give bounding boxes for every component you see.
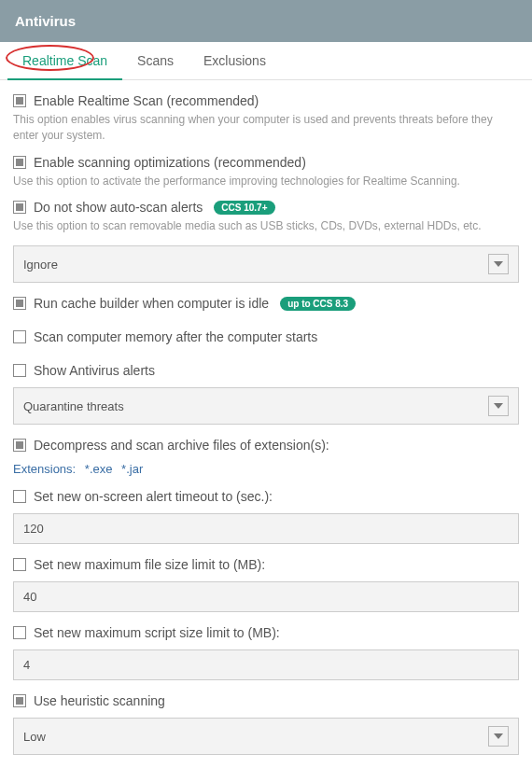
- extension-item[interactable]: *.exe: [85, 462, 113, 476]
- file-size-label: Set new maximum file size limit to (MB):: [34, 557, 265, 572]
- tab-scans[interactable]: Scans: [122, 42, 189, 79]
- scan-memory-label: Scan computer memory after the computer …: [34, 329, 317, 344]
- file-size-checkbox[interactable]: [13, 558, 26, 571]
- chevron-down-icon: [488, 396, 509, 416]
- page-title: Antivirus: [15, 13, 76, 29]
- decompress-checkbox[interactable]: [13, 439, 26, 452]
- cache-builder-badge: up to CCS 8.3: [280, 297, 356, 311]
- no-autoscan-alerts-checkbox[interactable]: [13, 201, 26, 214]
- alert-timeout-input[interactable]: 120: [13, 513, 519, 544]
- enable-realtime-desc: This option enables virus scanning when …: [13, 112, 519, 144]
- decompress-label: Decompress and scan archive files of ext…: [34, 438, 329, 453]
- alert-action-value: Quarantine threats: [23, 399, 124, 413]
- enable-realtime-checkbox[interactable]: [13, 94, 26, 107]
- alert-action-select[interactable]: Quarantine threats: [13, 387, 519, 425]
- autoscan-action-select[interactable]: Ignore: [13, 245, 519, 283]
- no-autoscan-alerts-desc: Use this option to scan removable media …: [13, 218, 519, 234]
- enable-optimizations-checkbox[interactable]: [13, 156, 26, 169]
- tab-bar: Realtime Scan Scans Exclusions: [0, 42, 532, 80]
- heuristic-checkbox[interactable]: [13, 694, 26, 707]
- no-autoscan-alerts-badge: CCS 10.7+: [214, 201, 274, 215]
- extensions-label: Extensions:: [13, 462, 76, 476]
- chevron-down-icon: [488, 726, 509, 747]
- file-size-input[interactable]: 40: [13, 581, 519, 612]
- alert-timeout-checkbox[interactable]: [13, 490, 26, 503]
- chevron-down-icon: [488, 254, 509, 274]
- page-header: Antivirus: [0, 0, 532, 42]
- enable-optimizations-desc: Use this option to activate the performa…: [13, 174, 519, 189]
- show-alerts-label: Show Antivirus alerts: [34, 363, 155, 378]
- enable-realtime-label: Enable Realtime Scan (recommended): [34, 93, 259, 108]
- heuristic-label: Use heuristic scanning: [34, 693, 165, 708]
- cache-builder-checkbox[interactable]: [13, 297, 26, 310]
- extension-item[interactable]: *.jar: [121, 462, 143, 476]
- script-size-label: Set new maximum script size limit to (MB…: [34, 625, 280, 640]
- tab-realtime-scan[interactable]: Realtime Scan: [7, 42, 122, 79]
- enable-optimizations-label: Enable scanning optimizations (recommend…: [34, 155, 306, 170]
- alert-timeout-label: Set new on-screen alert timeout to (sec.…: [34, 489, 273, 504]
- script-size-checkbox[interactable]: [13, 626, 26, 639]
- no-autoscan-alerts-label: Do not show auto-scan alerts: [34, 200, 203, 215]
- heuristic-level-select[interactable]: Low: [13, 718, 519, 755]
- settings-body: Enable Realtime Scan (recommended) This …: [0, 80, 532, 768]
- tab-exclusions[interactable]: Exclusions: [189, 42, 281, 79]
- cache-builder-label: Run cache builder when computer is idle: [34, 296, 269, 311]
- autoscan-action-value: Ignore: [23, 258, 58, 272]
- show-alerts-checkbox[interactable]: [13, 364, 26, 377]
- heuristic-level-value: Low: [23, 730, 46, 744]
- scan-memory-checkbox[interactable]: [13, 330, 26, 343]
- script-size-input[interactable]: 4: [13, 649, 519, 680]
- extensions-row: Extensions: *.exe *.jar: [13, 462, 519, 476]
